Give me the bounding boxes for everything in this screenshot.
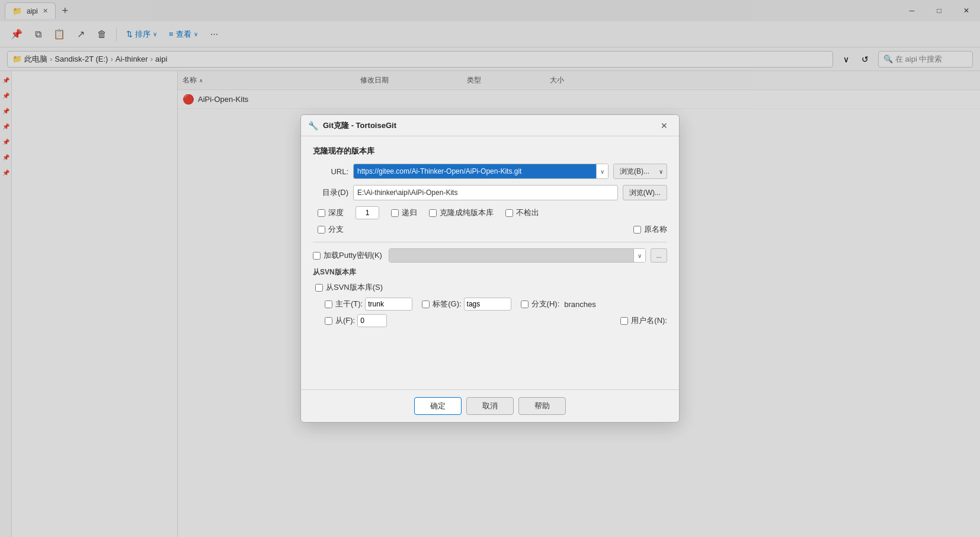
depth-value-input[interactable]: 1 (356, 206, 379, 219)
bare-clone-checkbox[interactable]: 克隆成纯版本库 (429, 207, 494, 218)
url-row: URL: ∨ 浏览(B)... ∨ (313, 164, 667, 179)
dialog-title-bar: 🔧 Git克隆 - TortoiseGit ✕ (301, 115, 679, 136)
options-row-2: 分支 原名称 (313, 224, 667, 235)
browse-w-button[interactable]: 浏览(W)... (623, 185, 667, 200)
browse-b-group: 浏览(B)... ∨ (613, 164, 667, 179)
tags-field: 标签(G): tags (422, 298, 511, 311)
depth-label: 深度 (328, 207, 344, 218)
putty-checkbox[interactable]: 加载Putty密钥(K) (313, 250, 384, 261)
from-svn-checkbox[interactable]: 从SVN版本库(S) (313, 282, 667, 293)
options-row-1: 深度 1 递归 克隆成纯版本库 不检出 (313, 206, 667, 219)
browse-b-button[interactable]: 浏览(B)... (613, 164, 656, 179)
trunk-checkbox-input[interactable] (325, 301, 332, 308)
username-checkbox-input[interactable] (620, 317, 628, 325)
url-input-wrapper[interactable]: ∨ (353, 164, 609, 179)
tags-input[interactable]: tags (464, 298, 511, 311)
dialog-title: Git克隆 - TortoiseGit (323, 120, 652, 131)
recursive-checkbox[interactable]: 递归 (391, 207, 417, 218)
section-clone-title: 克隆现存的版本库 (313, 146, 667, 156)
trunk-label: 主干(T): (335, 299, 363, 309)
dir-input[interactable]: E:\Ai-thinker\aipi\AiPi-Open-Kits (353, 185, 618, 200)
no-checkout-checkbox-input[interactable] (505, 209, 513, 217)
putty-input[interactable] (389, 249, 633, 262)
recursive-checkbox-input[interactable] (391, 209, 399, 217)
url-input[interactable] (354, 164, 596, 178)
svn-row-1: 主干(T): trunk 标签(G): tags (313, 298, 667, 311)
trunk-checkbox[interactable]: 主干(T): (325, 299, 363, 309)
url-label: URL: (313, 167, 348, 176)
svn-section: 从SVN版本库 从SVN版本库(S) 主干(T): tru (313, 267, 667, 327)
putty-checkbox-input[interactable] (313, 252, 321, 260)
branches-value: branches (564, 300, 595, 309)
dir-label: 目录(D) (313, 187, 348, 198)
from-label: 从(F): (335, 315, 355, 326)
dialog-body: 克隆现存的版本库 URL: ∨ 浏览(B)... ∨ 目录(D) (301, 136, 679, 389)
tags-label: 标签(G): (433, 299, 461, 309)
putty-browse-button[interactable]: ... (651, 248, 667, 263)
from-field: 从(F): 0 (325, 314, 387, 327)
svn-branch-checkbox[interactable]: 分支(H): (521, 299, 560, 309)
depth-checkbox[interactable]: 深度 (318, 207, 344, 218)
putty-input-wrapper: ∨ (389, 248, 646, 263)
origin-name-checkbox[interactable]: 原名称 (633, 224, 667, 235)
username-checkbox[interactable]: 用户名(N): (620, 315, 667, 326)
git-clone-dialog: 🔧 Git克隆 - TortoiseGit ✕ 克隆现存的版本库 URL: ∨ (300, 114, 680, 423)
dialog-overlay: 🔧 Git克隆 - TortoiseGit ✕ 克隆现存的版本库 URL: ∨ (0, 0, 980, 537)
dialog-footer: 确定 取消 帮助 (301, 389, 679, 422)
ok-button[interactable]: 确定 (414, 397, 462, 415)
origin-name-label: 原名称 (644, 224, 667, 235)
putty-label: 加载Putty密钥(K) (324, 250, 382, 261)
no-checkout-label: 不检出 (516, 207, 539, 218)
putty-row: 加载Putty密钥(K) ∨ ... (313, 248, 667, 263)
url-dropdown-arrow[interactable]: ∨ (596, 164, 608, 178)
bare-clone-checkbox-input[interactable] (429, 209, 437, 217)
recursive-label: 递归 (402, 207, 417, 218)
dir-row: 目录(D) E:\Ai-thinker\aipi\AiPi-Open-Kits … (313, 185, 667, 200)
svn-branch-field: 分支(H): branches (521, 299, 596, 309)
from-checkbox[interactable]: 从(F): (325, 315, 355, 326)
svn-branch-checkbox-input[interactable] (521, 301, 529, 308)
origin-name-checkbox-input[interactable] (633, 226, 641, 234)
svn-row-2: 从(F): 0 用户名(N): (313, 314, 667, 327)
bare-clone-label: 克隆成纯版本库 (440, 207, 494, 218)
branch-label: 分支 (328, 224, 344, 235)
from-svn-label: 从SVN版本库(S) (326, 282, 383, 293)
help-button[interactable]: 帮助 (518, 397, 566, 415)
divider-1 (313, 242, 667, 242)
dialog-icon: 🔧 (308, 121, 318, 130)
depth-checkbox-input[interactable] (318, 209, 325, 217)
no-checkout-checkbox[interactable]: 不检出 (505, 207, 539, 218)
trunk-input[interactable]: trunk (365, 298, 412, 311)
browse-b-arrow[interactable]: ∨ (655, 164, 667, 179)
from-input[interactable]: 0 (357, 314, 387, 327)
tags-checkbox-input[interactable] (422, 301, 430, 308)
from-checkbox-input[interactable] (325, 317, 332, 325)
dialog-close-button[interactable]: ✕ (656, 118, 672, 133)
putty-dropdown-arrow[interactable]: ∨ (633, 249, 645, 262)
tags-checkbox[interactable]: 标签(G): (422, 299, 461, 309)
trunk-field: 主干(T): trunk (325, 298, 412, 311)
branch-checkbox[interactable]: 分支 (318, 224, 344, 235)
username-field: 用户名(N): (620, 315, 667, 326)
from-svn-checkbox-input[interactable] (315, 284, 323, 292)
svn-section-title: 从SVN版本库 (313, 267, 667, 277)
cancel-button[interactable]: 取消 (466, 397, 514, 415)
svn-branch-label: 分支(H): (531, 299, 560, 309)
username-label: 用户名(N): (631, 315, 667, 326)
branch-checkbox-input[interactable] (318, 226, 325, 234)
